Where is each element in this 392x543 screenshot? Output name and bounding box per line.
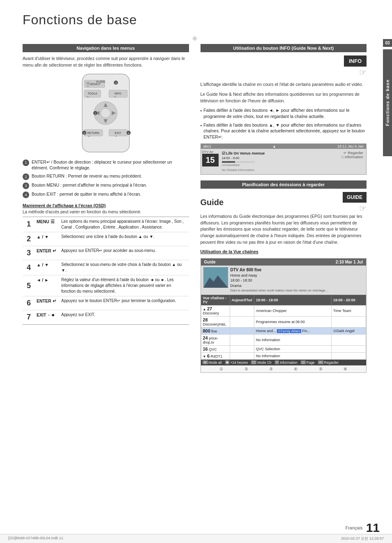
svg-text:EXIT: EXIT (115, 132, 121, 134)
guide-footer-icon: ↵ (318, 360, 323, 364)
guide-bottom-num: ① (219, 367, 223, 371)
guide-bottom-num: ④ (294, 367, 297, 371)
right-column: Utilisation du bouton INFO (Guide Now & … (201, 44, 367, 373)
osd-row: 7 EXIT ←■ Appuyez sur EXIT. (23, 310, 189, 324)
channel-show-name: ☑ Life On Venus Avenue (222, 151, 337, 156)
osd-row: 4 ▲ / ▼ Sélectionnez le sous-menu de vot… (23, 260, 189, 275)
bullet-text-2: Faites défiler à l'aide des boutons ▲, ▼… (203, 122, 367, 140)
svg-text:⊡↩: ⊡↩ (88, 135, 91, 137)
channel-dtv-label: DTV Air (202, 150, 214, 154)
osd-row-desc: Appuyez sur ENTER↵ pour accéder au sous-… (59, 246, 189, 260)
guide-cell-prog2 (331, 352, 366, 359)
guide-cell-ch: ▲ 27 Discovery (201, 305, 230, 316)
guide-screen: Guide 2:10 Mar 1 Jul DTV Air 800 f (201, 258, 367, 373)
svg-text:INFO: INFO (114, 92, 121, 95)
two-column-layout: Navigation dans les menus Avant d'utilis… (23, 44, 367, 373)
svg-point-20 (101, 108, 111, 118)
guide-cell-prog1: Home and... ⊙Family Affairs Fiv... (254, 327, 331, 334)
crosshair-icon: ⊕ (23, 35, 367, 42)
channel-side1: ↵ Regarder (341, 151, 363, 155)
guide-row: ▼ 6 R4DT1 No Information (201, 352, 366, 359)
osd-row-label: ENTER ↵ (34, 246, 59, 260)
osd-row-desc: Réglez la valeur d'un élément à l'aide d… (59, 275, 189, 296)
guide-cell-prog1: No Information (254, 352, 331, 359)
circle-item-3: 3 Bouton MENU : permet d'afficher le men… (23, 182, 189, 189)
osd-row-num: 1 (23, 217, 34, 232)
guide-cell-prog1: QVC Selection (254, 345, 331, 352)
channel-info: ☑ Life On Venus Avenue 18:00 - 6:00 Uncl… (219, 150, 340, 173)
guide-cell-today (230, 327, 254, 334)
guide-row: 16 QVC QVC Selection (201, 345, 366, 352)
side-tab-text: Fonctions de base (385, 79, 390, 126)
main-content: Fonctions de base ⊕ Navigation dans les … (0, 0, 383, 543)
svg-text:⊡↩: ⊡↩ (87, 96, 90, 98)
osd-row-label: EXIT ←■ (34, 310, 59, 324)
nav-body-text: Avant d'utiliser le téléviseur, procédez… (23, 55, 189, 69)
side-tab-number: 03 (383, 39, 392, 47)
osd-row-desc: Appuyez sur EXIT. (59, 310, 189, 324)
circle-text-3: Bouton MENU : permet d'afficher le menu … (32, 182, 147, 188)
guide-col-header-time1: 18:00 - 19:00 (254, 295, 331, 305)
page-language: Français (345, 525, 362, 530)
svg-text:GUIDE: GUIDE (96, 80, 106, 83)
osd-row-label: ▲ / ▼ (34, 260, 59, 275)
osd-title: Maniement de l'affichage à l'écran (OSD) (23, 203, 189, 208)
guide-cell-prog1: Programmes resume at 06:00 (254, 316, 331, 327)
guide-cell-ch: ▼ 6 R4DT1 (201, 352, 230, 359)
osd-row-label: ◄ / ► (34, 275, 59, 296)
remote-svg: MEDIA.P ☰ ⊡↩ GUIDE 3 TOOLS ⊡↩ INFO (70, 72, 142, 154)
hand-icon: ☞ (344, 67, 367, 77)
featured-title: DTV Air 800 five (231, 267, 328, 273)
planning-section-header: Planification des émissions à regarder (201, 180, 367, 189)
guide-footer-item: ⊛ Mode all (203, 360, 222, 365)
bullet-dot-2: • (201, 122, 202, 140)
circle-text-1: ENTER↵ / Bouton de direction : déplacez … (32, 159, 189, 171)
channel-bar-date: 18:11 Jeu 6 Jan (337, 144, 364, 148)
circle-text-4: Bouton EXIT : permet de quitter le menu … (32, 191, 141, 197)
osd-row-num: 2 (23, 232, 34, 246)
guide-row: 24 price-drop.tv No Information (201, 334, 366, 345)
info-section-header: Utilisation du bouton INFO (Guide Now & … (201, 44, 367, 52)
featured-genre: Drama (231, 283, 328, 289)
bullet-item-2: • Faites défiler à l'aide des boutons ▲,… (201, 122, 367, 140)
osd-row-label: MENU ☰ (34, 217, 59, 232)
guide-bottom-nums: ①②③④⑤⑥ (201, 365, 367, 372)
circle-num-2: 2 (23, 173, 29, 180)
osd-subtitle: La méthode d'accès peut varier en foncti… (23, 210, 189, 214)
featured-time: 18:00 - 18:30 (231, 278, 328, 283)
osd-row-desc: Sélectionnez le sous-menu de votre choix… (59, 260, 189, 275)
channel-bar-abc: abc1 (203, 144, 212, 148)
guide-col-header-channels: Vue chaînes - TV (201, 295, 230, 305)
guide-body: Les informations du Guide électronique d… (201, 213, 367, 246)
guide-bottom-num: ⑤ (319, 367, 323, 371)
left-column: Navigation dans les menus Avant d'utilis… (23, 44, 189, 373)
info-button: INFO (344, 55, 367, 67)
channel-number-box: 15 (202, 154, 219, 166)
guide-featured-thumb (203, 267, 228, 288)
bullet-dot-1: • (201, 108, 202, 119)
osd-row-num: 5 (23, 275, 34, 296)
channel-bar: abc1 ▲ 18:11 Jeu 6 Jan DTV Air 15 ☑ Life… (201, 143, 367, 175)
guide-featured-info: DTV Air 800 five Home and Away 18:00 - 1… (231, 267, 328, 293)
guide-cell-prog2 (331, 334, 366, 345)
guide-cell-prog2: ⊙Dark Angel (331, 327, 366, 334)
circle-text-2: Bouton RETURN : Permet de revenir au men… (32, 173, 142, 179)
info-btn-container: INFO ☞ (344, 55, 367, 77)
osd-row-label: ENTER ↵ (34, 296, 59, 310)
guide-cell-today (230, 334, 254, 345)
guide-cell-prog2 (331, 316, 366, 327)
guide-cell-today (230, 345, 254, 352)
guide-footer-icon: 7 (275, 360, 279, 364)
guide-footer-icon: ⊛ (203, 360, 208, 364)
channel-cat2: No Detaild Information (222, 168, 337, 172)
featured-desc: Dani is devastated when scott makes clea… (231, 288, 328, 293)
guide-cell-today (230, 316, 254, 327)
guide-row: ▲ 27 Discovery American Chopper Time Tea… (201, 305, 366, 316)
osd-section: Maniement de l'affichage à l'écran (OSD)… (23, 203, 189, 325)
guide-cell-today (230, 305, 254, 316)
circle-item-4: 4 Bouton EXIT : permet de quitter le men… (23, 191, 189, 198)
svg-text:TOOLS: TOOLS (88, 92, 97, 95)
osd-row-desc: Sélectionnez une icône à l'aide du bouto… (59, 232, 189, 246)
guide-table: Vue chaînes - TV Aujourd'hui 18:00 - 19:… (201, 295, 367, 360)
guide-cell-prog1: American Chopper (254, 305, 331, 316)
